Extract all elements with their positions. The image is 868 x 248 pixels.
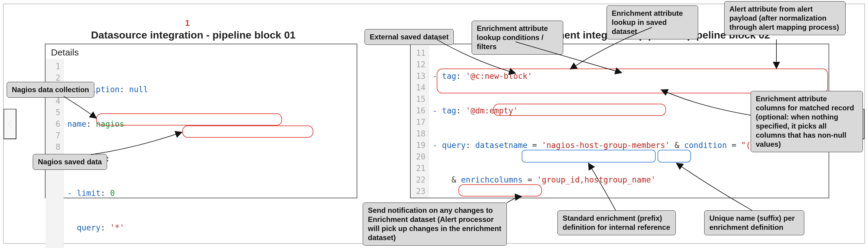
callout-nagios-data-collection: Nagios data collection [7,82,94,98]
callout-unique-suffix: Unique name (suffix) per enrichment defi… [704,210,804,235]
callout-nagios-saved-data: Nagios saved data [33,154,107,170]
block1-title: Datasource integration - pipeline block … [91,29,296,41]
panel-block1: Details 1 2 3 4 5 6 7 8 description: nul… [45,44,357,198]
callout-send-notification: Send notification on any changes to Enri… [363,203,507,246]
callout-external-saved-dataset: External saved dataset [365,29,454,45]
callout-alert-attr: Alert attribute from alert payload (afte… [724,1,845,35]
chevron-left-icon [7,120,13,128]
callout-lookup-in-saved: Enrichment attribute lookup in saved dat… [607,5,698,39]
prev-slide-button[interactable] [4,109,17,139]
callout-standard-prefix: Standard enrichment (prefix) definition … [557,210,676,235]
callout-attr-columns: Enrichment attribute columns for matched… [751,91,863,152]
gutter-2: 11 12 13 14 15 16 17 18 19 20 21 22 23 [411,45,429,198]
callout-lookup-conditions: Enrichment attribute lookup conditions /… [472,21,563,55]
panel1-header: Details [45,44,356,59]
block-marker-1: 1 [185,18,190,28]
code-lines-1: description: null name: nagios sequence:… [64,59,275,248]
